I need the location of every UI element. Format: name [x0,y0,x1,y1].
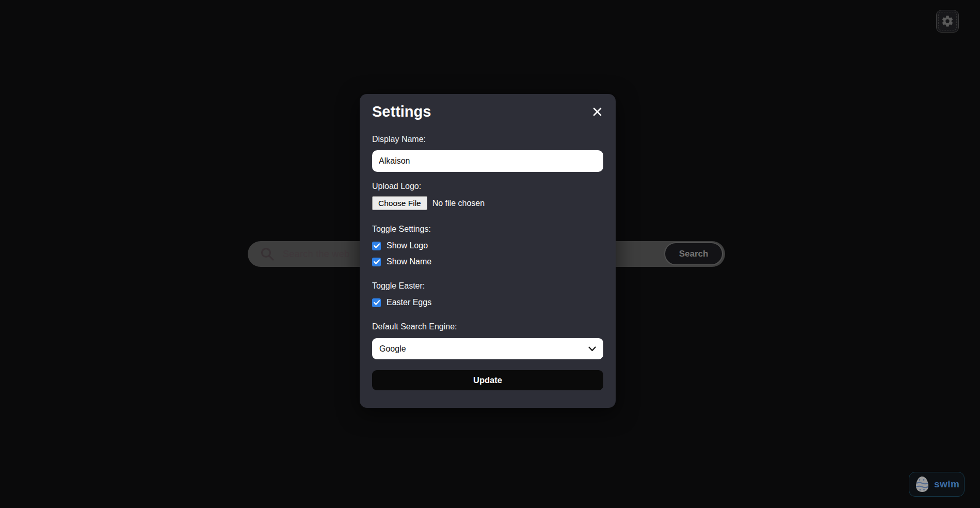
search-engine-label: Default Search Engine: [372,322,603,331]
show-name-label: Show Name [387,257,431,266]
update-button[interactable]: Update [372,370,603,390]
easter-eggs-label: Easter Eggs [387,298,431,307]
upload-logo-label: Upload Logo: [372,181,603,191]
show-logo-row: Show Logo [372,241,603,250]
close-icon [592,107,602,117]
toggle-settings-label: Toggle Settings: [372,224,603,234]
easter-egg-badge[interactable]: swim [909,472,965,497]
toggle-easter-label: Toggle Easter: [372,281,603,291]
modal-title: Settings [372,102,431,121]
check-icon [374,300,380,305]
search-icon [260,247,275,261]
close-button[interactable] [591,106,603,118]
check-icon [374,243,380,248]
chevron-down-icon [588,346,596,352]
easter-egg-icon [915,476,929,493]
show-logo-checkbox[interactable] [372,242,381,250]
easter-egg-badge-label: swim [934,479,960,490]
settings-modal: Settings Display Name: Upload Logo: Choo… [360,94,616,408]
display-name-input[interactable] [372,150,603,172]
choose-file-button[interactable]: Choose File [372,196,427,210]
show-logo-label: Show Logo [387,241,428,250]
easter-eggs-checkbox[interactable] [372,298,381,307]
search-placeholder: Search the web [283,249,349,260]
logo-file-input[interactable]: Choose File No file chosen [372,196,603,210]
search-engine-selected: Google [379,344,406,354]
show-name-checkbox[interactable] [372,258,381,266]
search-button[interactable]: Search [664,242,723,265]
display-name-label: Display Name: [372,134,603,144]
check-icon [374,259,380,264]
easter-eggs-row: Easter Eggs [372,298,603,307]
page-background: Search the web Search Settings Display N… [0,0,980,508]
gear-icon [941,14,954,28]
show-name-row: Show Name [372,257,603,266]
modal-header: Settings [372,102,603,121]
file-status-text: No file chosen [432,199,485,208]
settings-button[interactable] [936,10,959,33]
search-engine-select[interactable]: Google [372,338,603,359]
